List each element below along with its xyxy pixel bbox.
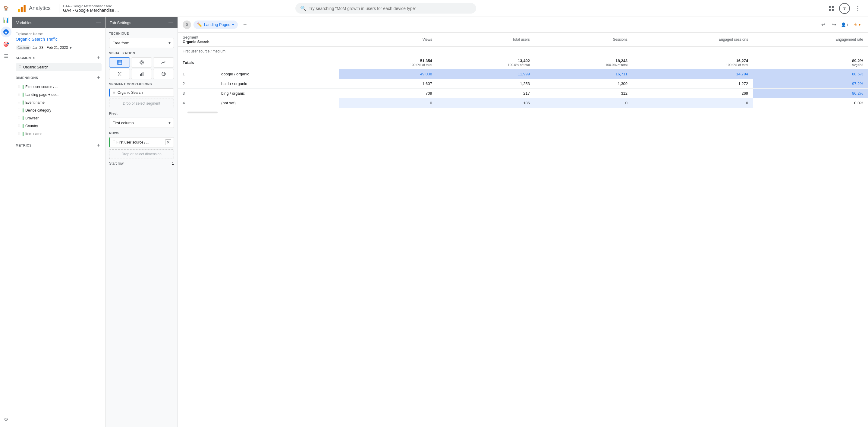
- add-tab-button[interactable]: +: [240, 20, 250, 30]
- viz-line-button[interactable]: [153, 57, 174, 67]
- dimension-device-category[interactable]: ⠿ Device category: [16, 107, 101, 114]
- bar-icon: [139, 71, 144, 76]
- segment-comparison-label: Organic Search: [118, 90, 143, 95]
- nav-reports[interactable]: 📊: [1, 14, 11, 25]
- remove-row-button[interactable]: ✕: [165, 139, 171, 145]
- tab-settings-panel: Tab Settings — TECHNIQUE Free form ▾ VIS…: [105, 17, 178, 427]
- technique-section-title: TECHNIQUE: [109, 32, 174, 35]
- drop-dimension-zone[interactable]: Drop or select dimension: [109, 149, 174, 159]
- table-row[interactable]: 3 bing / organic 709 217 312 269 86.2%: [178, 89, 868, 98]
- tab-settings-panel-header: Tab Settings —: [105, 17, 178, 28]
- nav-settings[interactable]: ⚙: [1, 414, 11, 425]
- add-dimension-button[interactable]: +: [96, 75, 101, 81]
- dimension-label: Country: [25, 124, 38, 128]
- row-views: 709: [339, 89, 437, 98]
- table-row[interactable]: 2 baidu / organic 1,607 1,253 1,309 1,27…: [178, 79, 868, 89]
- dimension-col-label: First user source / medium: [183, 49, 225, 53]
- totals-engagement-rate: 89.2% Avg 0%: [753, 56, 868, 69]
- dimension-item-name[interactable]: ⠿ Item name: [16, 130, 101, 138]
- app-name: Analytics: [29, 5, 51, 11]
- rows-section-title: ROWS: [109, 131, 174, 135]
- start-row-value[interactable]: 1: [172, 161, 174, 165]
- segment-header: Segment Organic Search: [178, 33, 339, 47]
- more-menu-button[interactable]: ⋮: [852, 3, 863, 14]
- visualization-section-title: VISUALIZATION: [109, 52, 174, 55]
- dimension-event-name[interactable]: ⠿ Event name: [16, 99, 101, 106]
- add-metric-button[interactable]: +: [96, 142, 101, 148]
- pivot-value: First column: [113, 121, 134, 125]
- technique-chevron-icon: ▾: [168, 40, 170, 45]
- table-row[interactable]: 4 (not set) 0 186 0 0 0.0%: [178, 98, 868, 108]
- tab-settings-minimize-icon[interactable]: —: [168, 20, 173, 25]
- scatter-icon: [117, 71, 122, 76]
- views-header: Views: [339, 33, 437, 47]
- horizontal-scrollbar[interactable]: [187, 112, 218, 113]
- nav-home[interactable]: 🏠: [1, 2, 11, 13]
- help-button[interactable]: ?: [839, 3, 850, 14]
- header-actions: ? ⋮: [826, 3, 863, 14]
- redo-button[interactable]: ↪: [829, 20, 839, 30]
- dimensions-list: ⠿ First user source / ... ⠿ Landing page…: [16, 83, 101, 138]
- drag-icon: ⠿: [18, 108, 21, 113]
- row-label: baidu / organic: [216, 79, 339, 89]
- pivot-dropdown[interactable]: First column ▾: [109, 118, 174, 128]
- drag-icon: ⠿: [18, 93, 21, 97]
- warning-button[interactable]: ⚠ ▾: [851, 21, 863, 29]
- date-range-chevron[interactable]: ▾: [70, 45, 72, 50]
- dimension-landing-page[interactable]: ⠿ Landing page + que...: [16, 91, 101, 98]
- viz-donut-button[interactable]: [131, 57, 152, 67]
- row-item-label: First user source / ...: [116, 140, 164, 145]
- segment-chip-label: Organic Search: [23, 65, 48, 69]
- dimension-first-user-source[interactable]: ⠿ First user source / ...: [16, 83, 101, 90]
- drop-segment-zone[interactable]: Drop or select segment: [109, 99, 174, 108]
- viz-scatter-button[interactable]: [109, 69, 130, 79]
- nav-advertising[interactable]: 🎯: [1, 39, 11, 50]
- totals-views-sub: 100.0% of total: [344, 63, 432, 67]
- warning-chevron: ▾: [859, 22, 861, 27]
- technique-dropdown[interactable]: Free form ▾: [109, 38, 174, 48]
- drag-icon: ⠿: [18, 85, 21, 89]
- undo-button[interactable]: ↩: [818, 20, 828, 30]
- start-row-section: Start row 1: [109, 161, 174, 165]
- brand-logo: Analytics: [17, 4, 51, 13]
- landing-pages-tab[interactable]: ✏️ Landing Pages ▾: [193, 21, 238, 29]
- dimension-color-bar: [23, 132, 24, 136]
- viz-bar-button[interactable]: [131, 69, 152, 79]
- dimension-color-bar: [23, 108, 24, 113]
- viz-globe-button[interactable]: [153, 69, 174, 79]
- variables-panel: Variables — Exploration Name: Organic Se…: [12, 17, 105, 427]
- dimension-color-bar: [23, 100, 24, 104]
- data-table: Segment Organic Search Views Total users…: [178, 33, 868, 108]
- data-table-container[interactable]: Segment Organic Search Views Total users…: [178, 33, 868, 427]
- share-button[interactable]: 👤+: [840, 20, 849, 30]
- search-input[interactable]: [309, 6, 471, 11]
- segment-comparison-organic-search[interactable]: ⠿ Organic Search: [109, 88, 174, 97]
- totals-sessions-value: 18,243: [615, 59, 627, 63]
- dimension-country[interactable]: ⠿ Country: [16, 122, 101, 130]
- totals-engaged-value: 16,274: [736, 59, 748, 63]
- exploration-name-label: Exploration Name:: [16, 32, 101, 36]
- globe-icon: [161, 71, 166, 76]
- nav-explore[interactable]: ◉: [1, 27, 11, 37]
- svg-rect-4: [24, 5, 25, 12]
- exploration-name-value[interactable]: Organic Search Traffic: [16, 37, 101, 41]
- segments-title: SEGMENTS: [16, 56, 36, 60]
- segment-chip-organic-search[interactable]: ⠿ Organic Search: [16, 63, 101, 71]
- property-name: GA4 - Google Merchandise ...: [63, 8, 119, 13]
- dimension-label: Browser: [25, 116, 38, 120]
- search-bar[interactable]: 🔍: [296, 3, 476, 13]
- table-row[interactable]: 1 google / organic 49,038 11,999 16,711 …: [178, 69, 868, 79]
- row-label: google / organic: [216, 69, 339, 79]
- viz-table-button[interactable]: [109, 57, 130, 67]
- nav-configure[interactable]: ☰: [1, 51, 11, 62]
- drag-handle-icon: ⠿: [113, 90, 116, 95]
- add-segment-button[interactable]: +: [96, 55, 101, 61]
- dimension-browser[interactable]: ⠿ Browser: [16, 115, 101, 122]
- variables-minimize-icon[interactable]: —: [96, 20, 101, 25]
- drag-icon: ⠿: [18, 132, 21, 136]
- drop-dimension-label: Drop or select dimension: [121, 152, 161, 156]
- totals-rate-value: 89.2%: [852, 59, 863, 63]
- svg-point-17: [120, 72, 121, 73]
- segment-value: Organic Search: [183, 40, 210, 44]
- apps-grid-button[interactable]: [826, 3, 837, 14]
